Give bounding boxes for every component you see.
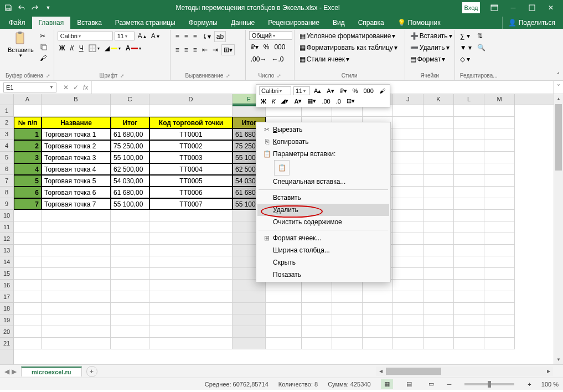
cell[interactable] — [393, 187, 423, 198]
cell[interactable] — [423, 210, 454, 221]
ctx-column-width[interactable]: Ширина столбца... — [257, 244, 389, 256]
ctx-clear-contents[interactable]: Очистить содержимое — [257, 216, 389, 228]
cell[interactable] — [484, 291, 515, 303]
currency-button[interactable]: ₽▾ — [249, 42, 260, 52]
view-page-layout-icon[interactable]: ▤ — [403, 379, 415, 389]
cell[interactable] — [266, 326, 302, 338]
cell[interactable] — [484, 326, 515, 338]
dialog-launcher-icon[interactable]: ⤢ — [226, 73, 230, 79]
cell-styles-button[interactable]: ▦ Стили ячеек ▾ — [298, 54, 399, 64]
cell[interactable] — [484, 245, 515, 256]
cell[interactable] — [363, 326, 393, 338]
paste-button[interactable]: Вставить ▼ — [6, 31, 36, 59]
cell[interactable] — [454, 187, 484, 198]
cell[interactable]: Торговая точка 1 — [42, 128, 111, 140]
row-header[interactable]: 4 — [0, 140, 13, 152]
cell[interactable]: ТТ0004 — [149, 163, 233, 175]
cell[interactable] — [14, 280, 42, 291]
cell[interactable]: 55 100,00 — [111, 152, 149, 163]
underline-button[interactable]: Ч — [78, 43, 85, 53]
cell[interactable]: ТТ0003 — [149, 152, 233, 163]
percent-button[interactable]: % — [262, 42, 271, 52]
row-header[interactable]: 12 — [0, 233, 13, 245]
bold-button[interactable]: Ж — [58, 43, 67, 53]
cell[interactable] — [423, 105, 454, 117]
ctx-insert[interactable]: Вставить — [257, 192, 389, 204]
column-header[interactable]: J — [393, 94, 423, 105]
mini-currency[interactable]: ₽▾ — [338, 87, 349, 95]
row-header[interactable]: 14 — [0, 256, 13, 268]
cell[interactable] — [42, 245, 111, 256]
cell[interactable] — [42, 221, 111, 233]
cell[interactable] — [423, 245, 454, 256]
cell[interactable] — [484, 163, 515, 175]
tab-page-layout[interactable]: Разметка страницы — [109, 17, 182, 29]
cell[interactable] — [14, 303, 42, 314]
cell[interactable] — [423, 128, 454, 140]
tell-me[interactable]: 💡 Помощник — [391, 17, 447, 29]
tab-help[interactable]: Справка — [352, 17, 391, 29]
decrease-decimal-button[interactable]: ←.0 — [270, 54, 285, 64]
cell[interactable] — [111, 326, 149, 338]
cell[interactable]: 7 — [14, 198, 42, 210]
column-header[interactable]: B — [42, 94, 111, 105]
cell[interactable] — [233, 314, 266, 326]
cell[interactable] — [14, 314, 42, 326]
ctx-format-cells[interactable]: ⊞Формат ячеек... — [257, 232, 389, 244]
dialog-launcher-icon[interactable]: ⤢ — [46, 73, 50, 79]
cell[interactable] — [484, 338, 515, 349]
cell[interactable] — [149, 291, 233, 303]
cell[interactable] — [454, 245, 484, 256]
ctx-paste-option-default[interactable]: 📋 — [274, 160, 290, 176]
cell[interactable] — [423, 175, 454, 187]
cell[interactable] — [393, 117, 423, 128]
row-header[interactable]: 13 — [0, 245, 13, 256]
fill-color-button[interactable]: ◢▾ — [103, 43, 122, 53]
row-header[interactable]: 2 — [0, 117, 13, 128]
column-header[interactable]: C — [111, 94, 149, 105]
cell[interactable] — [363, 314, 393, 326]
scrollbar-thumb[interactable] — [555, 104, 562, 171]
tab-insert[interactable]: Вставка — [70, 17, 109, 29]
cell[interactable] — [302, 326, 332, 338]
cell[interactable]: 61 680,00 — [111, 187, 149, 198]
qat-dropdown-icon[interactable]: ▼ — [43, 3, 53, 13]
cell[interactable] — [302, 314, 332, 326]
row-header[interactable]: 9 — [0, 198, 13, 210]
cell[interactable]: 75 250,00 — [111, 140, 149, 152]
cell[interactable] — [149, 105, 233, 117]
cell[interactable] — [42, 338, 111, 349]
cell[interactable] — [454, 198, 484, 210]
row-header[interactable]: 18 — [0, 303, 13, 314]
cell[interactable]: Торговая точка 7 — [42, 198, 111, 210]
cell[interactable] — [484, 198, 515, 210]
align-center-button[interactable]: ≡ — [183, 45, 190, 55]
cell[interactable]: 61 680,00 — [111, 128, 149, 140]
cell[interactable] — [423, 326, 454, 338]
cell[interactable] — [484, 140, 515, 152]
cell[interactable] — [111, 256, 149, 268]
cell[interactable] — [363, 338, 393, 349]
fx-icon[interactable]: fx — [83, 84, 88, 91]
cell[interactable] — [393, 256, 423, 268]
cell[interactable] — [393, 175, 423, 187]
cell[interactable] — [484, 152, 515, 163]
cell[interactable] — [302, 338, 332, 349]
cell[interactable] — [42, 256, 111, 268]
cell[interactable] — [423, 280, 454, 291]
cell[interactable] — [454, 233, 484, 245]
cell[interactable]: ТТ0006 — [149, 187, 233, 198]
cell[interactable] — [484, 280, 515, 291]
cell[interactable] — [233, 303, 266, 314]
cell[interactable] — [393, 152, 423, 163]
column-header[interactable]: M — [484, 94, 515, 105]
row-header[interactable]: 19 — [0, 314, 13, 326]
cell[interactable] — [423, 140, 454, 152]
cell[interactable] — [454, 268, 484, 280]
mini-borders[interactable]: ▦▾ — [306, 97, 318, 105]
cell[interactable] — [14, 105, 42, 117]
cell[interactable] — [393, 245, 423, 256]
cell[interactable]: 2 — [14, 140, 42, 152]
cell[interactable] — [111, 245, 149, 256]
mini-inc-decimal[interactable]: .00 — [320, 97, 332, 105]
